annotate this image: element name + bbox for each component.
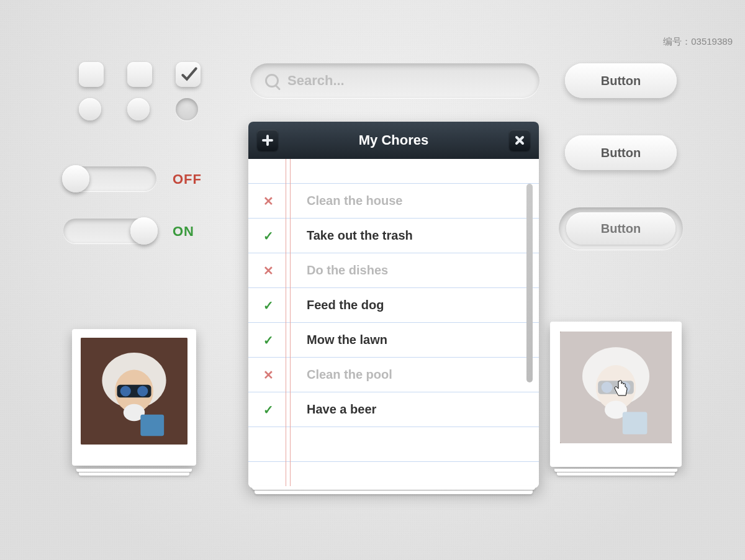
polaroid-stack — [553, 468, 679, 476]
chore-text: Feed the dog — [298, 298, 384, 312]
chore-row[interactable]: ✓Mow the lawn — [248, 323, 539, 358]
x-icon: ✕ — [261, 368, 276, 382]
close-icon — [515, 135, 525, 145]
checkbox-checked[interactable] — [176, 62, 201, 87]
pill-button-raised[interactable]: Button — [565, 63, 677, 98]
chore-text: Clean the pool — [298, 368, 392, 382]
avatar-polaroid[interactable] — [72, 329, 196, 466]
x-icon: ✕ — [261, 263, 276, 278]
search-icon — [265, 74, 279, 88]
chore-text: Take out the trash — [298, 228, 413, 243]
einstein-avatar-icon — [81, 338, 187, 445]
toggle-off[interactable] — [63, 166, 156, 191]
svg-rect-7 — [140, 415, 164, 436]
pill-button-well: Button — [559, 207, 683, 250]
svg-rect-15 — [623, 412, 648, 435]
radio-2[interactable] — [127, 98, 150, 120]
radio-empty[interactable] — [176, 98, 198, 120]
card-stack — [251, 485, 536, 494]
svg-point-12 — [602, 382, 613, 393]
add-button[interactable] — [257, 130, 278, 151]
toggle-knob[interactable] — [62, 165, 89, 192]
svg-point-5 — [137, 386, 148, 396]
card-header: My Chores — [248, 122, 539, 159]
check-icon: ✓ — [261, 228, 276, 243]
check-icon: ✓ — [261, 333, 276, 348]
check-icon: ✓ — [261, 298, 276, 313]
close-button[interactable] — [509, 130, 530, 151]
chore-text: Clean the house — [298, 194, 402, 208]
chore-text: Do the dishes — [298, 263, 388, 278]
margin-rule — [286, 159, 291, 488]
pill-button-inset[interactable]: Button — [566, 212, 675, 245]
chores-card: My Chores ✕Clean the house✓Take out the … — [248, 122, 539, 488]
chore-row[interactable]: ✓Take out the trash — [248, 219, 539, 253]
pill-button-raised-2[interactable]: Button — [565, 135, 677, 170]
chore-row[interactable]: ✕Clean the pool — [248, 358, 539, 392]
polaroid-stack — [74, 468, 194, 476]
toggle-knob[interactable] — [130, 217, 158, 245]
scrollbar-thumb[interactable] — [526, 184, 533, 382]
chore-row[interactable]: ✕Clean the house — [248, 184, 539, 219]
toggle-on-label: ON — [173, 224, 194, 240]
radio-1[interactable] — [79, 98, 101, 120]
search-input[interactable] — [287, 73, 525, 89]
toggle-on[interactable] — [63, 219, 156, 243]
avatar-image — [81, 338, 187, 445]
chore-row[interactable]: ✓Feed the dog — [248, 288, 539, 323]
check-icon — [176, 62, 201, 87]
plus-icon — [262, 135, 273, 146]
chore-text: Have a beer — [298, 402, 376, 417]
svg-point-14 — [605, 401, 627, 419]
chore-text: Mow the lawn — [298, 333, 387, 347]
chore-row[interactable]: ✕Do the dishes — [248, 253, 539, 288]
check-icon: ✓ — [261, 402, 276, 417]
checkbox-unchecked-1[interactable] — [79, 62, 104, 87]
checkbox-unchecked-2[interactable] — [127, 62, 152, 87]
image-id-label: 编号：03519389 — [663, 36, 733, 48]
svg-point-4 — [120, 386, 131, 396]
toggle-off-label: OFF — [173, 171, 202, 187]
chore-row[interactable]: ✓Have a beer — [248, 392, 539, 427]
card-body: ✕Clean the house✓Take out the trash✕Do t… — [248, 159, 539, 488]
x-icon: ✕ — [261, 194, 276, 209]
card-title: My Chores — [359, 132, 428, 148]
hand-cursor-icon — [612, 379, 630, 399]
search-field[interactable] — [250, 63, 540, 98]
